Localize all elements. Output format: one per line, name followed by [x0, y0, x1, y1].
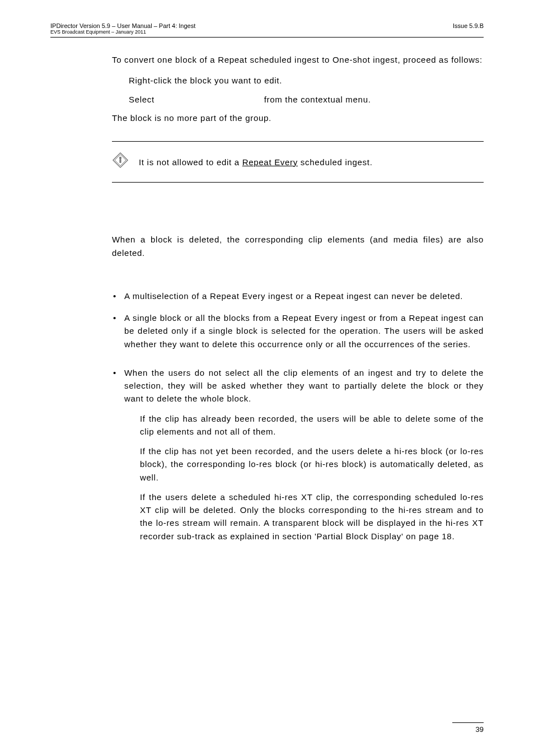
- step-2-select: Select: [129, 95, 154, 104]
- header-issue: Issue 5.9.B: [453, 22, 484, 35]
- step-1: Right-click the block you want to edit.: [129, 74, 484, 87]
- note-suffix: scheduled ingest.: [298, 157, 373, 167]
- header-rule: [50, 37, 484, 38]
- svg-rect-3: [119, 159, 121, 163]
- step-2-suffix: from the contextual menu.: [264, 95, 371, 104]
- intro-paragraph: To convert one block of a Repeat schedul…: [112, 53, 484, 66]
- note-prefix: It is not allowed to edit a: [139, 157, 242, 167]
- group-note: The block is no more part of the group.: [112, 111, 484, 124]
- page-number-block: 39: [452, 722, 484, 734]
- bullet-1: A multiselection of a Repeat Every inges…: [112, 290, 484, 302]
- header-left-top: IPDirector Version 5.9 – User Manual – P…: [50, 22, 195, 29]
- page-number: 39: [476, 725, 484, 734]
- bullet-3-sub-1: If the clip has already been recorded, t…: [140, 412, 484, 438]
- bullet-2: A single block or all the blocks from a …: [112, 311, 484, 351]
- bullet-3-sub-3: If the users delete a scheduled hi-res X…: [140, 491, 484, 543]
- bullet-3-sub-2: If the clip has not yet been recorded, a…: [140, 445, 484, 484]
- important-icon: [112, 152, 129, 172]
- header-left-bottom: EVS Broadcast Equipment – January 2011: [50, 29, 195, 35]
- note-text: It is not allowed to edit a Repeat Every…: [139, 156, 373, 169]
- note-block: It is not allowed to edit a Repeat Every…: [112, 141, 484, 183]
- note-underlined: Repeat Every: [242, 157, 298, 167]
- bullet-3-text: When the users do not select all the cli…: [124, 368, 484, 404]
- deleted-intro: When a block is deleted, the correspondi…: [112, 233, 484, 259]
- svg-point-2: [119, 157, 121, 159]
- note-rule-bottom: [112, 182, 484, 183]
- bullet-3: When the users do not select all the cli…: [112, 366, 484, 543]
- page-number-rule: [452, 722, 484, 723]
- step-2: Select from the contextual menu.: [129, 93, 484, 106]
